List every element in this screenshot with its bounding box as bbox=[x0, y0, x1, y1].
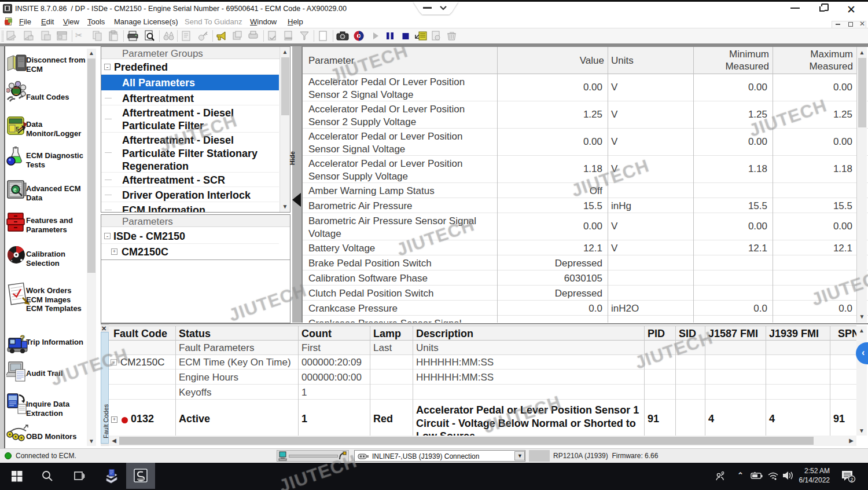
svg-text:e: e bbox=[13, 187, 17, 193]
svg-text:5: 5 bbox=[16, 126, 19, 133]
svg-text:2: 2 bbox=[851, 477, 854, 482]
svg-text:?: ? bbox=[20, 334, 25, 342]
